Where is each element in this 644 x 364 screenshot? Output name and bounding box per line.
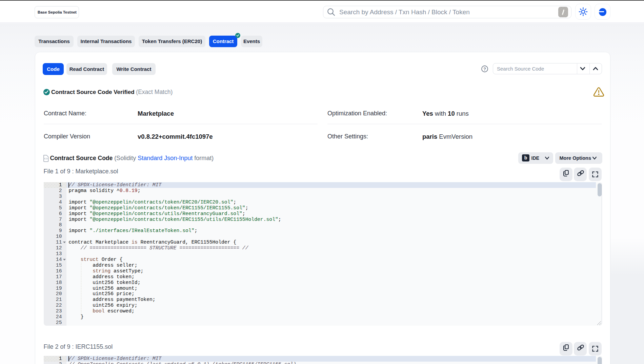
svg-text:?: ? <box>483 67 486 72</box>
